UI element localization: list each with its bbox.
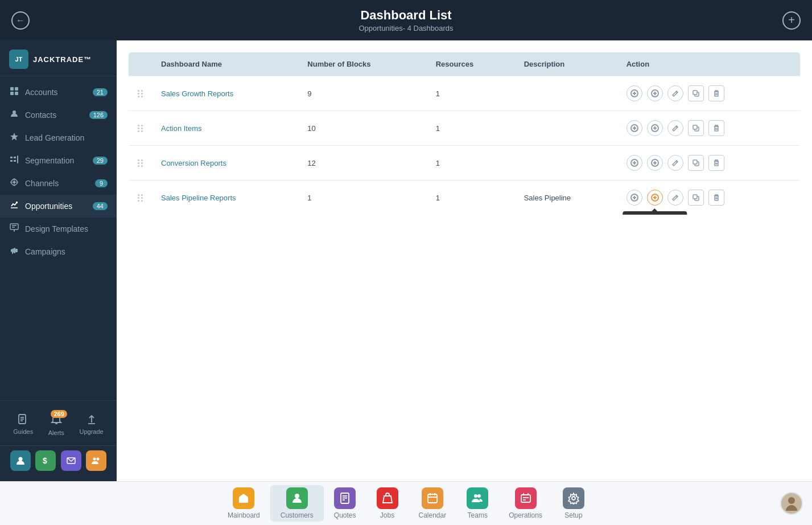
nav-quotes[interactable]: Quotes (324, 485, 366, 522)
opportunities-icon (9, 200, 19, 212)
resources-cell: 1 (427, 111, 515, 146)
contacts-icon (9, 109, 19, 121)
bottom-icon-envelope[interactable] (61, 450, 81, 471)
top-header: ← Dashboard List Opportunities- 4 Dashbo… (0, 0, 812, 40)
sidebar-item-segmentation[interactable]: Segmentation 29 (0, 149, 117, 172)
svg-point-93 (477, 494, 481, 498)
delete-button[interactable] (708, 190, 724, 206)
dashboard-name-cell[interactable]: Conversion Reports (152, 146, 298, 181)
svg-rect-7 (14, 157, 16, 158)
drag-handle[interactable] (138, 194, 143, 202)
campaigns-label: Campaigns (25, 247, 108, 256)
accounts-badge: 21 (93, 88, 108, 96)
copy-button[interactable] (688, 155, 704, 171)
svg-rect-82 (242, 499, 245, 503)
add-report-button[interactable] (647, 155, 663, 171)
sidebar-item-lead-generation[interactable]: Lead Generation (0, 126, 117, 149)
action-cell (617, 76, 801, 111)
sidebar-item-campaigns[interactable]: Campaigns (0, 240, 117, 263)
setup-icon (563, 487, 584, 509)
customers-icon (286, 487, 308, 509)
svg-rect-88 (428, 494, 437, 503)
opportunities-badge: 44 (93, 202, 108, 210)
add-dashboard-button[interactable] (626, 190, 642, 206)
drag-handle[interactable] (138, 125, 143, 132)
calendar-icon (422, 487, 443, 509)
svg-point-31 (93, 458, 96, 461)
sidebar-item-accounts[interactable]: Accounts 21 (0, 81, 117, 104)
svg-rect-53 (693, 125, 697, 129)
col-resources: Resources (427, 52, 515, 76)
col-action: Action (617, 52, 801, 76)
nav-teams[interactable]: Teams (456, 485, 498, 522)
bottom-nav: Mainboard Customers Quotes Jobs Calendar… (0, 481, 812, 525)
add-dashboard-button[interactable] (626, 120, 642, 136)
add-report-button[interactable] (647, 85, 663, 101)
guides-button[interactable]: Guides (9, 411, 38, 438)
setup-label: Setup (564, 511, 582, 519)
campaigns-icon (9, 246, 19, 257)
svg-rect-10 (17, 155, 18, 163)
upgrade-button[interactable]: Upgrade (75, 411, 108, 438)
nav-setup[interactable]: Setup (553, 485, 595, 522)
drag-handle[interactable] (138, 159, 143, 167)
teams-icon (467, 487, 488, 509)
nav-mainboard[interactable]: Mainboard (217, 485, 270, 522)
nav-operations[interactable]: Operations (498, 485, 553, 522)
svg-rect-94 (521, 495, 530, 502)
sidebar-item-design-templates[interactable]: Design Templates (0, 218, 117, 240)
col-name: Dashboard Name (152, 52, 298, 76)
svg-rect-1 (15, 87, 18, 91)
main-layout: JT JACKTRADE™ Accounts 21 Contacts 126 (0, 40, 812, 481)
svg-rect-65 (693, 160, 697, 164)
copy-button[interactable] (688, 85, 704, 101)
add-report-tooltip-container: Add Report Block (647, 190, 663, 206)
alerts-button[interactable]: 269 Alerts (44, 411, 69, 438)
description-cell: Sales Pipeline (515, 181, 617, 215)
drag-handle[interactable] (138, 90, 143, 97)
edit-button[interactable] (667, 85, 683, 101)
description-cell (515, 146, 617, 181)
delete-button[interactable] (708, 155, 724, 171)
sidebar-item-contacts[interactable]: Contacts 126 (0, 104, 117, 126)
add-dashboard-button[interactable] (626, 155, 642, 171)
user-avatar[interactable] (780, 492, 803, 515)
edit-button[interactable] (667, 120, 683, 136)
nav-customers[interactable]: Customers (270, 485, 324, 522)
add-report-button[interactable] (647, 120, 663, 136)
logo-icon: JT (9, 50, 28, 69)
page-title: Dashboard List (11, 8, 801, 23)
dashboard-name-cell[interactable]: Action Items (152, 111, 298, 146)
drag-handle-cell (129, 111, 152, 146)
resources-cell: 1 (427, 76, 515, 111)
delete-button[interactable] (708, 120, 724, 136)
sidebar: JT JACKTRADE™ Accounts 21 Contacts 126 (0, 40, 117, 481)
copy-button[interactable] (688, 120, 704, 136)
bottom-icon-people[interactable] (86, 450, 106, 471)
svg-rect-41 (693, 91, 697, 95)
contacts-badge: 126 (89, 111, 108, 119)
dashboard-name-cell[interactable]: Sales Pipeline Reports (152, 181, 298, 215)
bottom-icon-dollar[interactable]: $ (35, 450, 56, 471)
edit-button[interactable] (667, 155, 683, 171)
svg-text:$: $ (43, 456, 47, 465)
back-button[interactable]: ← (11, 11, 30, 30)
nav-calendar[interactable]: Calendar (409, 485, 457, 522)
add-dashboard-button[interactable] (626, 85, 642, 101)
delete-button[interactable] (708, 85, 724, 101)
operations-icon (515, 487, 537, 509)
sidebar-item-opportunities[interactable]: Opportunities 44 (0, 195, 117, 218)
copy-button[interactable] (688, 190, 704, 206)
dashboard-name-cell[interactable]: Sales Growth Reports (152, 76, 298, 111)
resources-cell: 1 (427, 146, 515, 181)
add-button[interactable]: + (782, 11, 801, 30)
action-cell: Add Report Block (617, 181, 801, 215)
nav-jobs[interactable]: Jobs (366, 485, 409, 522)
svg-point-28 (19, 457, 23, 461)
blocks-cell: 1 (298, 181, 426, 215)
sidebar-item-channels[interactable]: Channels 9 (0, 172, 117, 195)
lead-generation-icon (9, 132, 19, 143)
add-report-button-highlighted[interactable] (647, 190, 663, 206)
edit-button[interactable] (667, 190, 683, 206)
bottom-icon-user[interactable] (10, 450, 31, 471)
